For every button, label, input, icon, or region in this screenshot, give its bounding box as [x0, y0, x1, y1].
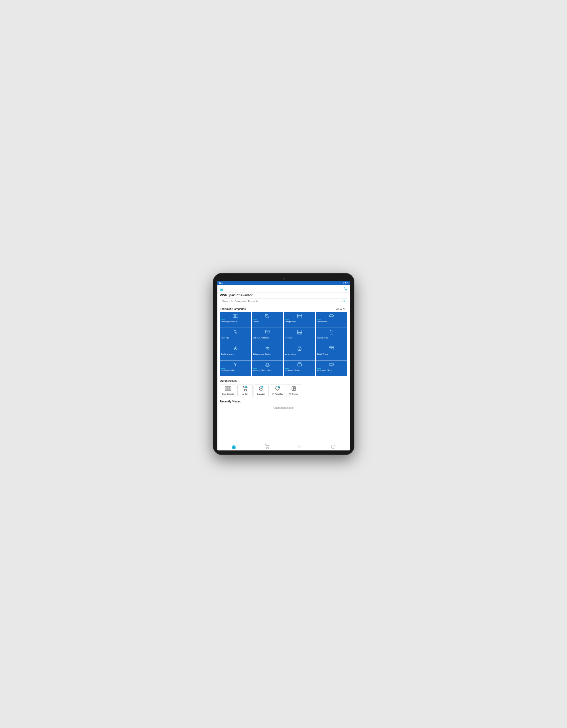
bottom-nav: [217, 443, 350, 450]
category-tile-microscope-slides[interactable]: Microscope Slides: [316, 360, 347, 376]
tile-divider: [221, 320, 225, 320]
svg-point-36: [265, 365, 270, 367]
category-label: Refrigerators: [285, 321, 296, 323]
status-left: N A: [219, 282, 223, 284]
vortex-icon: [285, 346, 314, 351]
category-tile-cell-culture-flasks[interactable]: Cell Culture Flasks: [252, 328, 283, 344]
category-tile-digital-timers[interactable]: Digital Timers: [316, 344, 347, 360]
petri-icon: [317, 313, 346, 319]
search-input[interactable]: [222, 300, 342, 303]
quick-action-my-quotes[interactable]: My Quotes: [286, 384, 301, 397]
main-scroll: ☰ VWR, part of Avantor: [217, 285, 350, 443]
search-bar[interactable]: [220, 299, 347, 304]
category-tile-ultrasonic-cleaners[interactable]: Ultrasonic Cleaners: [284, 360, 315, 376]
status-bar: N A 2:52: [217, 281, 350, 285]
hamburger-menu-icon[interactable]: ☰: [220, 287, 223, 291]
featured-section-header: Featured Categories VIEW ALL: [217, 306, 350, 311]
tile-divider: [253, 336, 257, 336]
category-tile-pipet-tips[interactable]: Pipet Tips: [220, 328, 252, 344]
quick-action-label: My Quotes: [289, 393, 298, 395]
centrifuge-icon: [221, 362, 251, 367]
quotes-icon: [291, 386, 297, 392]
tile-divider: [285, 368, 289, 369]
category-tile-magnetic-stirring-bars[interactable]: Magnetic Stirring Bars: [252, 360, 283, 376]
camera: [283, 278, 285, 280]
svg-point-51: [246, 390, 247, 391]
stirrer-icon: [253, 362, 282, 367]
app-header: ☰: [217, 285, 350, 293]
svg-text:!: !: [278, 386, 278, 388]
header-cart-icon[interactable]: [344, 287, 347, 291]
category-label: Centrifuge Tubes: [221, 369, 235, 371]
tile-divider: [317, 368, 321, 369]
bottle-icon: [317, 330, 346, 335]
bottom-nav-home[interactable]: [232, 444, 236, 449]
quick-action-scan-barcode[interactable]: Scan Barcode: [220, 384, 236, 397]
svg-rect-39: [298, 364, 301, 366]
tile-divider: [221, 336, 225, 336]
slides-icon: [317, 362, 346, 367]
quick-actions-grid: Scan Barcode 2 My Cart ! Buy Again ! My …: [217, 383, 350, 398]
category-label: Gloves: [253, 321, 259, 323]
bottom-nav-recent[interactable]: [331, 444, 335, 449]
svg-point-29: [299, 349, 300, 350]
tile-divider: [253, 320, 257, 320]
recently-viewed-section: Recently Viewed Check back soon!: [217, 399, 350, 412]
svg-line-3: [344, 302, 345, 302]
tile-divider: [221, 368, 225, 369]
tile-divider: [317, 336, 321, 336]
quick-actions-title: Quick Actions: [220, 379, 237, 382]
svg-rect-28: [298, 348, 301, 350]
quick-action-my-cart[interactable]: 2 My Cart: [237, 384, 253, 397]
quick-action-label: Buy Again: [257, 393, 265, 395]
category-tile-vortex-mixers[interactable]: Vortex Mixers: [284, 344, 315, 360]
quick-action-my-favorites[interactable]: ! My Favorites: [270, 384, 285, 397]
svg-line-15: [235, 330, 237, 334]
quick-action-buy-again[interactable]: ! Buy Again: [254, 384, 269, 397]
svg-rect-41: [330, 364, 332, 366]
tile-divider: [285, 320, 289, 320]
category-tile-glass-bottles[interactable]: Glass Bottles: [316, 328, 347, 344]
category-tile-gloves[interactable]: Gloves: [252, 312, 283, 328]
category-label: Glass Bottles: [317, 337, 328, 339]
category-grid: Shaking Incubators Gloves Refrigerators …: [217, 311, 350, 377]
freezer-icon: [285, 330, 314, 335]
category-tile-orbital-shakers[interactable]: Orbital shakers: [220, 344, 252, 360]
gloves-icon: [253, 313, 282, 319]
category-tile-centrifuge-tubes[interactable]: Centrifuge Tubes: [220, 360, 252, 376]
category-tile-petri-dishes[interactable]: Petri Dishes: [316, 312, 347, 328]
recently-viewed-title: Recently Viewed: [220, 400, 241, 403]
status-time: 2:52: [343, 282, 348, 284]
tile-divider: [285, 336, 289, 336]
category-tile-shaking-incubators[interactable]: Shaking Incubators: [220, 312, 252, 328]
tile-divider: [221, 352, 225, 352]
svg-point-62: [266, 448, 267, 449]
refrigerator-icon: [285, 313, 314, 319]
category-label: Digital Timers: [317, 353, 328, 355]
quick-action-label: Scan Barcode: [222, 393, 234, 395]
bottom-nav-favorites[interactable]: [298, 444, 302, 449]
tablet-device: N A 2:52 ☰ VWR, part of Avantor: [213, 273, 354, 455]
recently-viewed-empty: Check back soon!: [217, 404, 350, 412]
category-label: Microscope Slides: [317, 369, 332, 371]
category-label: Magnetic Stirring Bars: [253, 369, 271, 371]
svg-point-50: [244, 390, 244, 391]
status-indicators: N A: [219, 282, 223, 284]
svg-rect-18: [297, 330, 302, 334]
status-right: 2:52: [343, 282, 348, 284]
shaker-icon: [221, 346, 251, 351]
search-icon: [342, 300, 345, 303]
view-all-link[interactable]: VIEW ALL: [336, 308, 347, 310]
flask-icon: [253, 330, 282, 335]
bottom-nav-cart[interactable]: [265, 444, 269, 449]
category-label: Pipet Tips: [221, 337, 229, 339]
cart-icon: 2: [242, 386, 248, 392]
svg-rect-40: [329, 364, 334, 366]
tile-divider: [317, 352, 321, 352]
category-tile-balances-and-scales[interactable]: Balances and Scales: [252, 344, 283, 360]
svg-rect-38: [266, 363, 269, 365]
category-tile-freezers[interactable]: Freezers: [284, 328, 315, 344]
scale-icon: [253, 346, 282, 351]
category-tile-refrigerators[interactable]: Refrigerators: [284, 312, 315, 328]
barcode-icon: [225, 386, 231, 392]
